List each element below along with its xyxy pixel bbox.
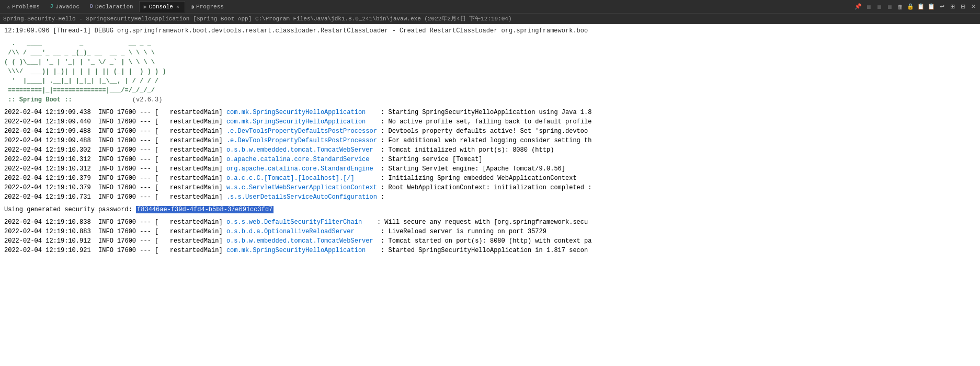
tab-problems[interactable]: ⚠ Problems bbox=[2, 1, 44, 13]
tab-declaration-label: Declaration bbox=[95, 4, 133, 10]
copy-button2[interactable]: 📋 bbox=[927, 2, 936, 12]
spring-ascii-2: /\\ / ___'_ __ _ _(_)_ __ __ _ \ \ \ \ bbox=[4, 48, 976, 58]
status-text: Spring-Security-Hello - SpringSecurityHe… bbox=[3, 15, 512, 22]
clear-button[interactable]: 🗑 bbox=[895, 2, 905, 12]
stop-button3[interactable]: ⏹ bbox=[885, 2, 894, 12]
log-line-6: 2022-02-04 12:19:10.312 INFO 17600 --- [… bbox=[4, 155, 976, 164]
security-password-value: f83446ae-f39d-4fd4-b5b8-37e691cc3fd7 bbox=[136, 206, 274, 213]
security-password-prefix: Using generated security password: bbox=[4, 206, 136, 213]
log-line-9: 2022-02-04 12:19:10.379 INFO 17600 --- [… bbox=[4, 183, 976, 192]
console-close-button[interactable]: ✕ bbox=[175, 3, 180, 10]
javadoc-icon: J bbox=[50, 4, 53, 9]
tab-javadoc-label: Javadoc bbox=[55, 4, 79, 10]
maximize-button[interactable]: ⊞ bbox=[948, 2, 957, 12]
log-line-5: 2022-02-04 12:19:10.302 INFO 17600 --- [… bbox=[4, 145, 976, 155]
spring-boot-label: :: Spring Boot :: bbox=[4, 96, 76, 104]
log-line-7: 2022-02-04 12:19:10.312 INFO 17600 --- [… bbox=[4, 164, 976, 174]
spring-boot-label-line: :: Spring Boot :: (v2.6.3) bbox=[4, 95, 976, 105]
log-line-13: 2022-02-04 12:19:10.912 INFO 17600 --- [… bbox=[4, 236, 976, 246]
spring-ascii-4: \\\/ ___)| |_)| | | | | || (_| | ) ) ) ) bbox=[4, 67, 976, 76]
log-line-3: 2022-02-04 12:19:09.488 INFO 17600 --- [… bbox=[4, 127, 976, 136]
spring-ascii-6: =========|_|==============|___/=/_/_/_/ bbox=[4, 86, 976, 95]
spring-ascii-3: ( ( )\___| '_ | '_| | '_ \/ _` | \ \ \ \ bbox=[4, 58, 976, 67]
tab-problems-label: Problems bbox=[12, 4, 40, 10]
log-line-14: 2022-02-04 12:19:10.921 INFO 17600 --- [… bbox=[4, 246, 976, 255]
pin-button[interactable]: 📌 bbox=[853, 2, 863, 12]
copy-button1[interactable]: 📋 bbox=[916, 2, 926, 12]
tab-progress-label: Progress bbox=[196, 4, 224, 10]
log-line-10: 2022-02-04 12:19:10.731 INFO 17600 --- [… bbox=[4, 192, 976, 202]
stop-button2[interactable]: ⏹ bbox=[874, 2, 884, 12]
tab-console[interactable]: ▶ Console ✕ bbox=[139, 1, 185, 13]
log-line-8: 2022-02-04 12:19:10.379 INFO 17600 --- [… bbox=[4, 174, 976, 183]
log-line-4: 2022-02-04 12:19:09.488 INFO 17600 --- [… bbox=[4, 136, 976, 145]
toolbar-right: 📌 ⏹ ⏹ ⏹ 🗑 🔒 📋 📋 ↩ ⊞ ⊟ ✕ bbox=[853, 2, 978, 12]
security-password-line: Using generated security password: f8344… bbox=[4, 205, 976, 214]
close-button[interactable]: ✕ bbox=[968, 2, 978, 12]
tab-console-label: Console bbox=[149, 4, 173, 10]
tab-progress[interactable]: ◑ Progress bbox=[186, 1, 229, 13]
problems-icon: ⚠ bbox=[7, 4, 10, 10]
log-line-11: 2022-02-04 12:19:10.838 INFO 17600 --- [… bbox=[4, 218, 976, 227]
console-output: 12:19:09.096 [Thread-1] DEBUG org.spring… bbox=[0, 24, 980, 366]
scroll-lock-button[interactable]: 🔒 bbox=[906, 2, 915, 12]
tab-declaration[interactable]: D Declaration bbox=[85, 1, 138, 13]
log-line-2: 2022-02-04 12:19:09.440 INFO 17600 --- [… bbox=[4, 117, 976, 127]
console-icon: ▶ bbox=[144, 4, 147, 10]
declaration-icon: D bbox=[90, 4, 93, 9]
spring-boot-version: (v2.6.3) bbox=[76, 96, 163, 104]
log-line-12: 2022-02-04 12:19:10.883 INFO 17600 --- [… bbox=[4, 227, 976, 236]
log-line-debug: 12:19:09.096 [Thread-1] DEBUG org.spring… bbox=[4, 26, 976, 36]
status-bar: Spring-Security-Hello - SpringSecurityHe… bbox=[0, 14, 980, 24]
progress-icon: ◑ bbox=[191, 4, 194, 10]
spring-ascii-5: ' |____| .__|_| |_|_| |_\__, | / / / / bbox=[4, 76, 976, 86]
log-line-1: 2022-02-04 12:19:09.438 INFO 17600 --- [… bbox=[4, 108, 976, 117]
tab-bar: ⚠ Problems J Javadoc D Declaration ▶ Con… bbox=[0, 0, 980, 14]
minimize-button[interactable]: ⊟ bbox=[958, 2, 967, 12]
tab-javadoc[interactable]: J Javadoc bbox=[45, 1, 84, 13]
stop-button1[interactable]: ⏹ bbox=[864, 2, 873, 12]
spring-ascii-1: . ____ _ __ _ _ bbox=[4, 39, 976, 48]
word-wrap-button[interactable]: ↩ bbox=[937, 2, 947, 12]
